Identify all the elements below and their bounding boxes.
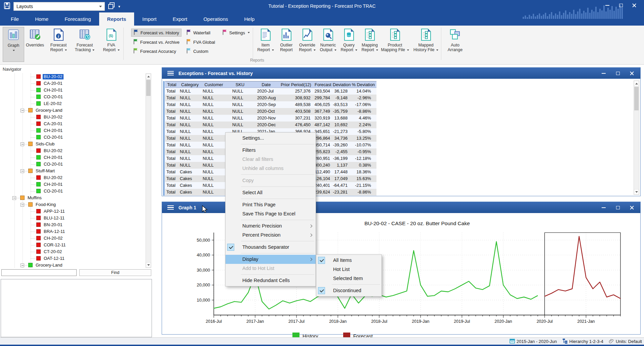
- app-close-button[interactable]: [629, 2, 639, 9]
- maximize-button[interactable]: [613, 204, 623, 211]
- context-menu-item-percent-precision[interactable]: Percent Precision: [226, 231, 316, 240]
- save-layout-icon[interactable]: [3, 2, 11, 11]
- flag-fva-global[interactable]: FVA Global: [184, 38, 217, 46]
- app-maximize-button[interactable]: [616, 2, 626, 9]
- tree-item-ch-20-02[interactable]: CH-20-02: [0, 235, 146, 242]
- tab-help[interactable]: Help: [236, 12, 263, 26]
- tree-expander-icon[interactable]: [21, 203, 24, 207]
- tree-item-app-12-11[interactable]: APP-12-11: [0, 208, 146, 215]
- tree-scroll-up-icon[interactable]: [146, 74, 151, 79]
- tree-scroll-down-icon[interactable]: [146, 262, 151, 268]
- tree-scrollbar-thumb[interactable]: [146, 80, 151, 96]
- column-header-deviation[interactable]: Deviation: [333, 81, 350, 88]
- tree-expander-icon[interactable]: [21, 142, 24, 146]
- tree-item-bu-20-02[interactable]: BU-20-02: [0, 147, 146, 154]
- tree-item-co-20-01[interactable]: CO-20-01: [0, 94, 146, 100]
- tree-item-bra-12-11[interactable]: BRA-12-11: [0, 228, 146, 235]
- table-row[interactable]: TotalNULLNULLNULL2020-Sep489,538406,025-…: [165, 101, 376, 108]
- product-mapping-file-button[interactable]: ProductMapping File: [380, 27, 410, 52]
- tab-operations[interactable]: Operations: [195, 12, 236, 26]
- outlier-report-button[interactable]: OutlierReport: [276, 27, 297, 52]
- display-submenu-item-selected-item[interactable]: Selected Item: [316, 274, 381, 283]
- context-menu-item-display[interactable]: Display: [226, 255, 316, 264]
- dropdown-caret-icon[interactable]: [118, 49, 120, 51]
- table-row[interactable]: TotalNULLNULLNULL2020-Aug308,932299,784-…: [165, 95, 376, 101]
- dropdown-caret-icon[interactable]: [355, 49, 357, 51]
- column-header-category[interactable]: Category: [178, 81, 201, 88]
- dropdown-caret-icon[interactable]: [92, 49, 94, 51]
- close-button[interactable]: [627, 204, 637, 211]
- dropdown-caret-icon[interactable]: [376, 49, 378, 51]
- tree-item-co-20-01[interactable]: CO-20-01: [0, 188, 146, 195]
- tab-reports[interactable]: Reports: [99, 12, 134, 26]
- table-row[interactable]: TotalNULLNULLNULL2020-Oct403,508367,749-…: [165, 108, 376, 115]
- table-row-selector-strip[interactable]: [163, 81, 165, 196]
- tree-item-bu-20-02[interactable]: BU-20-02: [0, 73, 146, 80]
- exceptions-window-titlebar[interactable]: Exceptions - Forecast vs. History: [162, 68, 640, 79]
- tree-item-grocery-land[interactable]: Grocery-Land: [0, 107, 146, 114]
- minimize-button[interactable]: [599, 70, 609, 77]
- tree-item-muffins[interactable]: Muffins: [0, 195, 146, 201]
- tree-expander-icon[interactable]: [21, 169, 24, 173]
- tree-item-bn-20-01[interactable]: BN-20-01: [0, 221, 146, 228]
- context-menu-item-hide-redundant-cells[interactable]: Hide Redundant Cells: [226, 276, 316, 285]
- dropdown-caret-icon[interactable]: [13, 50, 15, 51]
- tree-item-ch-20-01[interactable]: CH-20-01: [0, 181, 146, 188]
- tree-item-ch-20-01[interactable]: CH-20-01: [0, 87, 146, 94]
- tab-home[interactable]: Home: [27, 12, 56, 26]
- tree-item-sids-club[interactable]: Sids-Club: [0, 141, 146, 147]
- context-menu-item-save-this-page-to-excel[interactable]: Save This Page to Excel: [226, 209, 316, 218]
- tree-item-stuff-mart[interactable]: Stuff-Mart: [0, 168, 146, 174]
- tab-import[interactable]: Import: [134, 12, 165, 26]
- maximize-button[interactable]: [613, 70, 623, 77]
- flag-forecast-vs-archive[interactable]: Forecast vs. Archive: [131, 38, 182, 46]
- dropdown-caret-icon[interactable]: [248, 32, 250, 33]
- dropdown-caret-icon[interactable]: [272, 49, 274, 51]
- auto-arrange-button[interactable]: AutoArrange: [444, 27, 466, 52]
- close-button[interactable]: [627, 70, 637, 77]
- tree-expander-icon[interactable]: [21, 109, 24, 112]
- column-header-total[interactable]: Total: [165, 81, 178, 88]
- layouts-dropdown-icon[interactable]: [99, 6, 102, 7]
- window-menu-icon[interactable]: [167, 70, 174, 77]
- tree-item-co-20-01[interactable]: CO-20-01: [0, 134, 146, 141]
- tree-item-food-king[interactable]: Food-King: [0, 201, 146, 208]
- table-scrollbar[interactable]: [634, 80, 639, 195]
- tree-item-ct-20-02[interactable]: CT-20-02: [0, 248, 146, 255]
- context-menu-item-numeric-precision[interactable]: Numeric Precision: [226, 221, 316, 231]
- column-header-prior-period-12[interactable]: Prior Period(12): [279, 81, 313, 88]
- column-header-forecast[interactable]: Forecast: [313, 81, 333, 88]
- overrides-button[interactable]: Overrides: [24, 27, 46, 47]
- table-row[interactable]: TotalNULLNULLNULL2020-Jul257,376293,5043…: [165, 88, 376, 95]
- layout-windows-icon[interactable]: [108, 2, 116, 11]
- tree-expander-icon[interactable]: [12, 196, 16, 200]
- dropdown-caret-icon[interactable]: [436, 49, 438, 51]
- find-input[interactable]: [1, 269, 77, 276]
- tree-item-cor-12-11[interactable]: COR-12-11: [0, 242, 146, 248]
- column-header-deviation[interactable]: % Deviation: [350, 81, 376, 88]
- context-menu-item-select-all[interactable]: Select All: [226, 188, 316, 197]
- display-submenu-item-all-items[interactable]: All Items: [316, 256, 381, 265]
- tree-item-bu-20-02[interactable]: BU-20-02: [0, 114, 146, 120]
- context-menu-item-filters[interactable]: Filters: [226, 146, 316, 155]
- mapped-history-file-button[interactable]: MappedHistory File: [411, 27, 441, 52]
- toolbar-more-icon[interactable]: ▾: [118, 4, 120, 9]
- tree-scrollbar[interactable]: [146, 73, 151, 268]
- table-row[interactable]: TotalNULLNULLNULL2020-Nov307,231320,9191…: [165, 115, 376, 122]
- flag-waterfall[interactable]: Waterfall: [184, 29, 212, 37]
- dropdown-caret-icon[interactable]: [407, 49, 409, 51]
- forecast-tracking-button[interactable]: ForecastTracking: [74, 27, 95, 52]
- graph-button[interactable]: Graph: [3, 27, 24, 62]
- dropdown-caret-icon[interactable]: [314, 49, 316, 51]
- tree-item-ca-20-01[interactable]: CA-20-01: [0, 120, 146, 127]
- tree-item-ch-20-01[interactable]: CH-20-01: [0, 154, 146, 161]
- window-menu-icon[interactable]: [167, 204, 174, 211]
- context-menu-item-settings[interactable]: Settings...: [226, 134, 316, 143]
- flag-custom[interactable]: Custom: [184, 47, 210, 55]
- override-report-button[interactable]: OverrideReport: [296, 27, 318, 52]
- minimize-button[interactable]: [599, 204, 609, 211]
- column-header-date[interactable]: Date: [254, 81, 279, 88]
- tree-expander-icon[interactable]: [21, 264, 24, 267]
- tree-item-grocery-land[interactable]: Grocery-Land: [0, 262, 146, 268]
- context-menu-item-thousands-separator[interactable]: Thousands Separator: [226, 243, 316, 252]
